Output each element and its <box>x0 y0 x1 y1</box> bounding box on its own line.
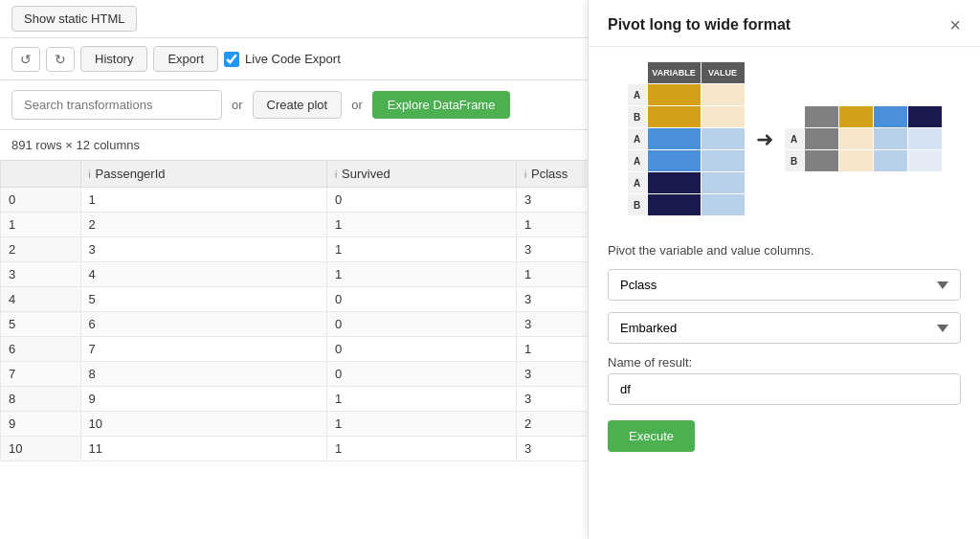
cell-survived: 1 <box>327 262 517 287</box>
col-header-passengerid: i PassengerId <box>80 161 327 188</box>
cell-survived: 0 <box>327 312 517 337</box>
cell-survived: 0 <box>327 188 517 213</box>
or-text-2: or <box>351 98 363 112</box>
close-panel-button[interactable]: × <box>949 15 961 34</box>
pivot-visualization: VARIABLE VALUE A B A <box>589 47 980 232</box>
row-index: 1 <box>1 213 81 237</box>
cell-survived: 1 <box>327 213 517 237</box>
cell-passengerid: 9 <box>80 387 327 412</box>
row-index: 10 <box>1 437 81 461</box>
row-index: 8 <box>1 387 81 412</box>
col-header-survived: i Survived <box>327 161 517 188</box>
undo-button[interactable]: ↺ <box>11 47 40 72</box>
cell-passengerid: 5 <box>80 287 327 312</box>
panel-form: Pivot the variable and value columns. Pc… <box>589 232 980 463</box>
row-index: 5 <box>1 312 81 337</box>
cell-passengerid: 10 <box>80 412 327 437</box>
panel-title: Pivot long to wide format <box>608 16 791 34</box>
cell-passengerid: 2 <box>80 213 327 237</box>
pivot-arrow: ➜ <box>756 127 773 152</box>
cell-passengerid: 1 <box>80 188 327 213</box>
row-index: 0 <box>1 188 81 213</box>
cell-passengerid: 3 <box>80 237 327 262</box>
value-select[interactable]: Embarked PassengerId Survived Pclass Nam… <box>608 312 961 344</box>
row-index: 2 <box>1 237 81 262</box>
cell-passengerid: 8 <box>80 362 327 387</box>
export-button[interactable]: Export <box>153 46 218 72</box>
cell-survived: 0 <box>327 287 517 312</box>
or-text-1: or <box>232 98 243 112</box>
redo-button[interactable]: ↻ <box>46 47 75 72</box>
live-code-checkbox[interactable] <box>224 52 239 67</box>
pivot-left-table: VARIABLE VALUE A B A <box>628 62 745 216</box>
cell-passengerid: 6 <box>80 312 327 337</box>
live-code-label: Live Code Export <box>224 52 341 67</box>
execute-button[interactable]: Execute <box>608 420 695 452</box>
cell-survived: 0 <box>327 337 517 362</box>
cell-passengerid: 4 <box>80 262 327 287</box>
cell-passengerid: 11 <box>80 437 327 461</box>
row-index: 4 <box>1 287 81 312</box>
result-name-input[interactable] <box>608 373 961 405</box>
cell-survived: 0 <box>327 362 517 387</box>
variable-select[interactable]: Pclass PassengerId Survived Name Embarke… <box>608 269 961 301</box>
pivot-description: Pivot the variable and value columns. <box>608 243 961 258</box>
search-input[interactable] <box>11 90 222 120</box>
create-plot-button[interactable]: Create plot <box>253 91 343 119</box>
cell-survived: 1 <box>327 237 517 262</box>
row-index: 6 <box>1 337 81 362</box>
show-static-button[interactable]: Show static HTML <box>11 6 137 32</box>
cell-survived: 1 <box>327 387 517 412</box>
cell-passengerid: 7 <box>80 337 327 362</box>
row-index: 7 <box>1 362 81 387</box>
history-button[interactable]: History <box>80 46 147 72</box>
explore-dataframe-button[interactable]: Explore DataFrame <box>372 91 511 119</box>
live-code-text: Live Code Export <box>245 52 341 66</box>
side-panel: Pivot long to wide format × VARIABLE VAL… <box>588 0 980 539</box>
result-label: Name of result: <box>608 355 961 370</box>
row-index: 3 <box>1 262 81 287</box>
cell-survived: 1 <box>327 437 517 461</box>
pivot-right-table: A B <box>785 106 942 172</box>
row-index: 9 <box>1 412 81 437</box>
col-header-index <box>1 161 81 188</box>
cell-survived: 1 <box>327 412 517 437</box>
